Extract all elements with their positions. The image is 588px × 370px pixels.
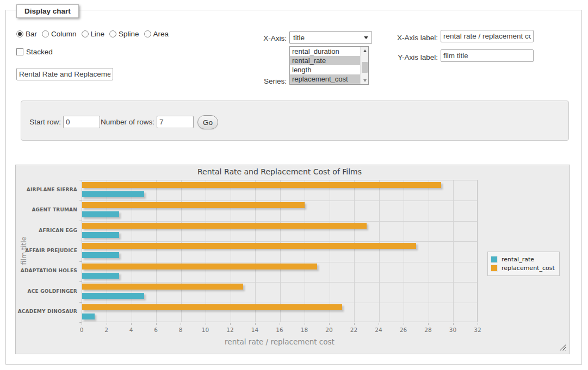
chart-type-radio-group: BarColumnLineSplineArea (16, 30, 174, 38)
gridline (82, 303, 477, 303)
x-axis-select-value: title (293, 34, 364, 42)
gridline (453, 180, 454, 322)
y-axis-title: film title (20, 197, 28, 305)
gridline (132, 180, 132, 322)
gridline (429, 180, 429, 322)
y-tick-mark (79, 221, 82, 221)
bar-rental_rate (82, 252, 119, 258)
gridline (280, 180, 281, 322)
chart-type-option: Spline (109, 30, 139, 38)
stacked-label: Stacked (26, 48, 53, 56)
stacked-row: Stacked (16, 48, 53, 56)
fieldset-legend: Display chart (16, 4, 79, 18)
chart-type-label: Area (153, 30, 169, 38)
x-axis-select-label: X-Axis: (232, 33, 287, 44)
gridline (379, 180, 380, 322)
x-axis-label-input[interactable] (441, 30, 534, 42)
x-tick-label: 12 (222, 327, 238, 333)
chart-type-radio-area[interactable] (144, 30, 151, 37)
scroll-down-icon[interactable] (361, 77, 369, 84)
pagination-box: Start row: Number of rows: Go (21, 101, 569, 141)
x-tick-label: 22 (346, 327, 362, 333)
x-tick-label: 26 (395, 327, 412, 333)
series-option-replacement_cost[interactable]: replacement_cost (290, 74, 361, 84)
stacked-checkbox[interactable] (16, 48, 23, 55)
chart-type-radio-bar[interactable] (16, 30, 23, 37)
x-tick-label: 0 (73, 327, 90, 333)
x-tick-mark (404, 323, 404, 325)
chart-type-radio-line[interactable] (82, 30, 89, 37)
bar-replacement_cost (82, 243, 416, 249)
bar-replacement_cost (82, 264, 317, 269)
gridline (255, 180, 256, 322)
chart-title-input[interactable] (16, 68, 113, 80)
bar-replacement_cost (82, 223, 367, 229)
y-tick-mark (79, 241, 82, 241)
chart-type-option: Area (144, 30, 169, 38)
gridline (107, 180, 107, 322)
plot-area (82, 180, 478, 322)
chart-type-radio-column[interactable] (42, 30, 49, 37)
gridline (82, 282, 477, 283)
series-listbox[interactable]: rental_durationrental_ratelengthreplacem… (289, 46, 369, 85)
series-option-length[interactable]: length (290, 65, 361, 74)
chart-title: Rental Rate and Replacement Cost of Film… (82, 167, 478, 176)
scrollbar-thumb[interactable] (362, 62, 368, 73)
legend-item: rental_rate (491, 256, 555, 263)
scroll-up-icon[interactable] (361, 47, 369, 54)
gridline (181, 180, 182, 322)
num-rows-label: Number of rows: (86, 117, 154, 128)
chart-type-label: Spline (119, 30, 139, 38)
x-tick-label: 28 (420, 327, 436, 333)
x-tick-label: 32 (469, 327, 486, 333)
gridline (82, 262, 477, 262)
bar-replacement_cost (82, 284, 243, 290)
gridline (82, 241, 477, 242)
x-tick-mark (354, 323, 355, 325)
x-tick-mark (82, 323, 82, 325)
x-tick-mark (478, 323, 478, 325)
x-tick-label: 20 (321, 327, 337, 333)
series-label: Series: (232, 76, 287, 87)
x-axis-select[interactable]: title (289, 31, 372, 44)
resize-handle-icon[interactable] (560, 344, 566, 350)
y-category-label: ACADEMY DINOSAUR (15, 309, 77, 314)
x-tick-label: 18 (296, 327, 313, 333)
y-axis-label-label: Y-Axis label: (383, 52, 438, 63)
bar-replacement_cost (82, 304, 342, 310)
num-rows-input[interactable] (157, 116, 194, 128)
bar-rental_rate (82, 273, 119, 279)
y-axis-label-input[interactable] (441, 49, 534, 62)
chart-type-radio-spline[interactable] (109, 30, 116, 37)
gridline (82, 221, 477, 222)
gridline (206, 180, 206, 322)
y-tick-mark (79, 281, 82, 282)
x-tick-mark (329, 323, 330, 325)
x-tick-label: 6 (148, 327, 164, 333)
y-tick-mark (79, 180, 82, 180)
series-scrollbar[interactable] (360, 47, 368, 84)
bar-replacement_cost (82, 202, 305, 208)
chart-type-label: Column (51, 30, 77, 38)
x-tick-mark (206, 323, 206, 325)
x-axis-label-label: X-Axis label: (383, 33, 438, 43)
gridline (330, 180, 330, 322)
x-tick-label: 30 (445, 327, 461, 333)
bar-rental_rate (82, 211, 119, 217)
series-option-rental_rate[interactable]: rental_rate (290, 56, 361, 65)
bar-replacement_cost (82, 182, 441, 188)
chart-type-option: Bar (16, 30, 37, 38)
series-option-rental_duration[interactable]: rental_duration (290, 47, 361, 56)
chevron-down-icon (364, 36, 368, 39)
x-tick-label: 16 (271, 327, 288, 333)
x-tick-mark (255, 323, 256, 325)
x-tick-mark (280, 323, 280, 325)
go-button[interactable]: Go (197, 115, 218, 129)
gridline (404, 180, 404, 322)
x-tick-mark (107, 323, 107, 325)
x-tick-mark (453, 323, 454, 325)
chart-type-option: Line (82, 30, 105, 38)
start-row-label: Start row: (21, 117, 61, 128)
legend-swatch-icon (491, 265, 498, 272)
x-tick-mark (428, 323, 429, 325)
